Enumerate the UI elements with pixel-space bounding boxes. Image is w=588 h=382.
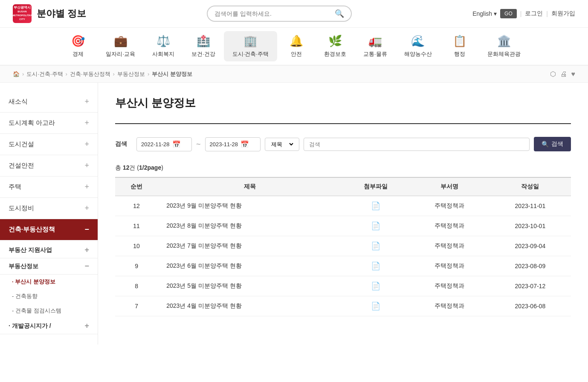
sidebar-item-urban-plan[interactable]: 도시계획 아고라 + <box>0 113 98 134</box>
attach-file-icon[interactable]: 📄 <box>371 202 380 210</box>
signup-link[interactable]: 회원가입 <box>551 10 575 17</box>
cell-attach: 📄 <box>342 236 409 256</box>
login-link[interactable]: 로그인 <box>525 10 543 17</box>
cell-date: 2023-07-12 <box>490 276 571 296</box>
sidebar-sub-item-distribution[interactable]: · 부산시 분양정보 <box>0 275 98 289</box>
col-title: 제목 <box>158 177 342 196</box>
plus-icon-sub2: + <box>84 321 89 330</box>
nav-item-culture[interactable]: 🏛️ 문화체육관광 <box>479 31 529 61</box>
calendar-to-icon[interactable]: 📅 <box>240 140 249 148</box>
cell-title[interactable]: 2023년 5월 미분양주택 현황 <box>158 276 342 296</box>
sidebar-label-housing: 주택 <box>9 183 21 191</box>
sidebar-item-housing[interactable]: 주택 + <box>0 177 98 198</box>
site-title: 분야별 정보 <box>37 7 86 20</box>
sidebar-sub: 부동산 지원사업 + 부동산정보 − · 부산시 분양정보 - 건축동향 - 건… <box>0 240 98 336</box>
sidebar-label-const-safety: 건설안전 <box>9 162 34 170</box>
plus-icon: + <box>84 119 89 127</box>
sidebar-sub-item-public-price[interactable]: · 개발공시지가 / + <box>0 318 98 334</box>
nav-item-urban[interactable]: 🏢 도시·건축·주택 <box>224 31 277 61</box>
results-count: 12 <box>123 164 130 171</box>
date-from-value: 2022-11-28 <box>141 141 170 148</box>
nav-label-transport: 교통·물류 <box>363 50 387 58</box>
cell-dept: 주택정책과 <box>409 256 490 276</box>
nav-icon-health: 🏥 <box>197 35 210 48</box>
results-info: 총 12건 (1/2page) <box>115 164 571 172</box>
sidebar-sub-item-arch-check[interactable]: - 건축물 점검시스템 <box>0 304 98 318</box>
nav-item-economy[interactable]: 🎯 경제 <box>59 31 97 61</box>
attach-file-icon[interactable]: 📄 <box>371 222 380 230</box>
attach-file-icon[interactable]: 📄 <box>371 262 380 270</box>
cell-attach: 📄 <box>342 296 409 316</box>
search-text-input[interactable] <box>304 138 530 151</box>
sidebar-item-const-safety[interactable]: 건설안전 + <box>0 155 98 177</box>
main-search-button[interactable]: 🔍 <box>335 9 344 18</box>
plus-icon: + <box>84 182 89 191</box>
bookmark-button[interactable]: ♥ <box>571 70 576 78</box>
header-right: English ▾ GO | 로그인 | 회원가입 <box>472 9 575 18</box>
cell-title[interactable]: 2023년 4월 미분양주택 현황 <box>158 296 342 316</box>
col-date: 작성일 <box>490 177 571 196</box>
nav-item-marine[interactable]: 🌊 해양농수산 <box>396 31 440 61</box>
cell-title[interactable]: 2023년 7월 미분양주택 현황 <box>158 236 342 256</box>
search-type-select-wrap[interactable]: 제목 내용 작성자 <box>265 138 299 151</box>
language-selector[interactable]: English ▾ <box>472 10 497 17</box>
cell-title[interactable]: 2023년 9월 미분양주택 현황 <box>158 196 342 216</box>
cell-dept: 주택정책과 <box>409 216 490 236</box>
search-type-select[interactable]: 제목 내용 작성자 <box>269 141 295 148</box>
cell-no: 10 <box>115 236 158 256</box>
date-to-input[interactable]: 2023-11-28 📅 <box>205 137 261 151</box>
cell-no: 9 <box>115 256 158 276</box>
sidebar-sub-property-info[interactable]: 부동산정보 − <box>0 258 98 275</box>
share-button[interactable]: ⬡ <box>550 70 556 78</box>
sidebar-item-urban-renewal[interactable]: 도시정비 + <box>0 198 98 219</box>
nav-item-welfare[interactable]: ⚖️ 사회복지 <box>144 31 183 61</box>
attach-file-icon[interactable]: 📄 <box>371 302 380 310</box>
cell-date: 2023-10-01 <box>490 216 571 236</box>
nav-item-health[interactable]: 🏥 보건·건강 <box>183 31 224 61</box>
attach-file-icon[interactable]: 📄 <box>371 282 380 290</box>
sidebar-item-urban-const[interactable]: 도시건설 + <box>0 134 98 155</box>
nav-item-safety[interactable]: 🔔 안전 <box>277 31 316 61</box>
cell-date: 2023-08-09 <box>490 256 571 276</box>
nav-label-urban: 도시·건축·주택 <box>232 50 269 58</box>
nav-item-transport[interactable]: 🚛 교통·물류 <box>355 31 396 61</box>
breadcrumb-policy[interactable]: 건축·부동산정책 <box>70 70 110 78</box>
date-separator: ~ <box>196 140 201 149</box>
cell-attach: 📄 <box>342 276 409 296</box>
main-search-bar[interactable]: 🔍 <box>207 6 352 22</box>
sidebar-item-news[interactable]: 새소식 + <box>0 91 98 113</box>
go-button[interactable]: GO <box>500 9 517 18</box>
home-icon[interactable]: 🏠 <box>13 71 20 77</box>
cell-title[interactable]: 2023년 8월 미분양주택 현황 <box>158 216 342 236</box>
sidebar-label-arch-property: 건축·부동산정책 <box>9 226 55 234</box>
nav-label-marine: 해양농수산 <box>404 50 432 58</box>
nav-item-admin[interactable]: 📋 행정 <box>440 31 479 61</box>
search-submit-icon: 🔍 <box>542 141 549 148</box>
search-section: 검색 2022-11-28 📅 ~ 2023-11-28 📅 제목 내용 작성자… <box>115 133 571 156</box>
table-row: 7 2023년 4월 미분양주택 현황 📄 주택정책과 2023-06-08 <box>115 296 571 316</box>
main-search-input[interactable] <box>214 10 335 17</box>
search-submit-button[interactable]: 🔍 검색 <box>534 137 571 151</box>
sidebar-sub-property-support[interactable]: 부동산 지원사업 + <box>0 242 98 258</box>
cell-title[interactable]: 2023년 6월 미분양주택 현황 <box>158 256 342 276</box>
date-from-input[interactable]: 2022-11-28 📅 <box>136 137 192 151</box>
nav-item-env[interactable]: 🌿 환경보호 <box>316 31 355 61</box>
nav-label-jobs-edu: 일자리·교육 <box>106 50 135 58</box>
cell-no: 11 <box>115 216 158 236</box>
attach-file-icon[interactable]: 📄 <box>371 242 380 250</box>
plus-icon-sub: + <box>84 246 89 255</box>
sidebar-sub-item-arch-trend[interactable]: - 건축동향 <box>0 289 98 304</box>
plus-icon: + <box>84 161 89 170</box>
cell-dept: 주택정책과 <box>409 276 490 296</box>
nav-item-jobs-edu[interactable]: 💼 일자리·교육 <box>97 31 144 61</box>
plus-icon: + <box>84 204 89 213</box>
print-button[interactable]: 🖨 <box>560 70 567 78</box>
nav-label-culture: 문화체육관광 <box>487 50 521 58</box>
calendar-from-icon[interactable]: 📅 <box>172 140 181 148</box>
logo-area: 부산광역시BUSAN METROPOLITAN CITY 분야별 정보 <box>13 4 86 23</box>
plus-icon: + <box>84 140 89 149</box>
sidebar-item-arch-property[interactable]: 건축·부동산정책 − <box>0 219 98 240</box>
breadcrumb-info[interactable]: 부동산정보 <box>117 70 145 78</box>
nav-label-welfare: 사회복지 <box>152 50 174 58</box>
breadcrumb-urban[interactable]: 도시·건축·주택 <box>26 70 63 78</box>
